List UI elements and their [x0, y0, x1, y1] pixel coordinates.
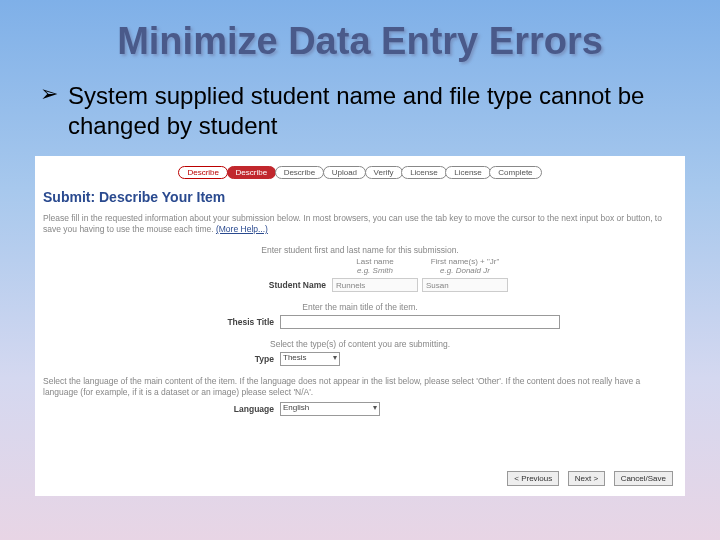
type-value: Thesis	[283, 353, 307, 362]
type-select: Thesis	[280, 352, 340, 366]
thesis-title-input[interactable]	[280, 315, 560, 329]
thesis-title-label: Thesis Title	[160, 317, 280, 327]
language-value: English	[283, 403, 309, 412]
cancel-save-button[interactable]: Cancel/Save	[614, 471, 673, 486]
type-label: Type	[160, 354, 280, 364]
title-hint: Enter the main title of the item.	[43, 302, 677, 312]
col-last-label: Last name	[330, 257, 420, 266]
language-hint: Select the language of the main content …	[43, 376, 677, 398]
bullet-text: System supplied student name and file ty…	[68, 81, 690, 141]
eg-last: e.g. Smith	[330, 266, 420, 275]
bullet-item: ➢ System supplied student name and file …	[30, 81, 690, 141]
crumb-license-1[interactable]: License	[401, 166, 447, 179]
arrow-icon: ➢	[40, 81, 58, 107]
eg-first: e.g. Donald Jr	[420, 266, 510, 275]
crumb-describe-1[interactable]: Describe	[178, 166, 228, 179]
next-button[interactable]: Next >	[568, 471, 605, 486]
prev-button[interactable]: < Previous	[507, 471, 559, 486]
crumb-describe-3[interactable]: Describe	[275, 166, 325, 179]
slide-title: Minimize Data Entry Errors	[30, 20, 690, 63]
crumb-complete[interactable]: Complete	[489, 166, 541, 179]
breadcrumb: Describe Describe Describe Upload Verify…	[43, 166, 677, 179]
intro-text: Please fill in the requested information…	[43, 213, 662, 234]
form-screenshot: Describe Describe Describe Upload Verify…	[35, 156, 685, 496]
form-heading: Submit: Describe Your Item	[43, 189, 677, 205]
col-first-label: First name(s) + "Jr"	[420, 257, 510, 266]
student-name-label: Student Name	[212, 280, 332, 290]
crumb-upload[interactable]: Upload	[323, 166, 366, 179]
crumb-describe-2[interactable]: Describe	[227, 166, 277, 179]
language-label: Language	[160, 404, 280, 414]
more-help-link[interactable]: (More Help...)	[216, 224, 268, 234]
form-intro: Please fill in the requested information…	[43, 213, 677, 235]
student-last-field: Runnels	[332, 278, 418, 292]
name-hint: Enter student first and last name for th…	[43, 245, 677, 255]
nav-button-row: < Previous Next > Cancel/Save	[501, 471, 673, 486]
crumb-license-2[interactable]: License	[445, 166, 491, 179]
language-select[interactable]: English	[280, 402, 380, 416]
type-hint: Select the type(s) of content you are su…	[43, 339, 677, 349]
crumb-verify[interactable]: Verify	[365, 166, 403, 179]
student-first-field: Susan	[422, 278, 508, 292]
